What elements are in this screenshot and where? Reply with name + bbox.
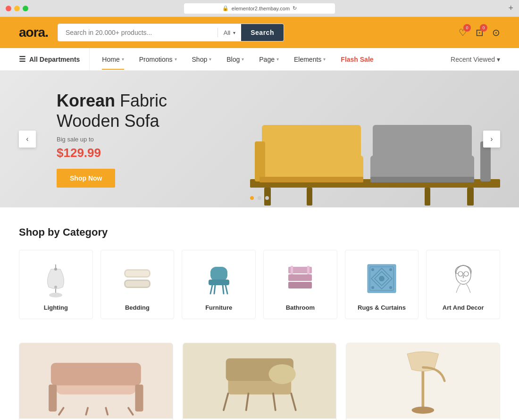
all-departments-button[interactable]: ☰ All Departments — [19, 48, 90, 70]
lock-icon: 🔒 — [222, 5, 229, 11]
svg-point-15 — [54, 268, 57, 271]
svg-rect-2 — [467, 188, 474, 206]
svg-rect-3 — [307, 188, 312, 206]
nav-page-label: Page — [259, 56, 275, 63]
hero-title: Korean FabricWooden Sofa — [57, 91, 167, 131]
category-icon-bedding — [118, 260, 156, 297]
svg-point-43 — [458, 272, 463, 276]
product-card-1[interactable]: Irish Chair Dawsan Design by Danish On s… — [183, 343, 337, 420]
close-dot[interactable] — [6, 6, 11, 11]
logo[interactable]: aora. — [19, 25, 48, 40]
products-section: Bruno Stainless Steel Chair White Bruno … — [0, 329, 519, 420]
category-card-rugs[interactable]: Rugs & Curtains — [345, 250, 419, 319]
address-bar[interactable]: 🔒 elementor2.thembay.com ↻ — [184, 3, 335, 14]
nav-item-home[interactable]: Home ▾ — [94, 49, 131, 70]
category-icon-bathroom — [281, 260, 319, 297]
chevron-down-icon: ▾ — [175, 57, 177, 62]
chevron-down-icon: ▾ — [276, 57, 279, 62]
hero-banner: ‹ Korean FabricWooden Sofa Big sale up t… — [0, 71, 519, 207]
category-label-lighting: Lighting — [44, 304, 68, 311]
svg-rect-31 — [291, 266, 293, 274]
category-card-lighting[interactable]: Lighting — [19, 250, 93, 319]
svg-line-24 — [210, 285, 212, 294]
svg-rect-29 — [288, 274, 312, 281]
search-container: All Search — [58, 24, 284, 41]
product-image-2 — [346, 343, 500, 419]
nav-elements-label: Elements — [294, 56, 321, 63]
pillow-icon — [118, 260, 156, 297]
category-card-bedding[interactable]: Bedding — [100, 250, 175, 319]
nav-item-shop[interactable]: Shop ▾ — [184, 49, 219, 70]
category-icon-rugs — [363, 260, 401, 297]
category-card-furniture[interactable]: Furniture — [182, 250, 256, 319]
header-icons: ♡ 0 ⊡ 0 ⊙ — [459, 27, 500, 38]
svg-line-59 — [224, 394, 228, 410]
category-card-bathroom[interactable]: Bathroom — [263, 250, 337, 319]
nav-flash-sale-label: Flash Sale — [341, 56, 373, 63]
minimize-dot[interactable] — [14, 6, 20, 11]
hero-next-button[interactable]: › — [483, 131, 500, 148]
sofa-illustration — [236, 90, 510, 207]
category-card-art[interactable]: Art And Decor — [426, 250, 500, 319]
category-icon-furniture — [200, 260, 238, 297]
categories-title: Shop by Category — [19, 226, 500, 239]
svg-rect-50 — [49, 385, 57, 412]
maximize-dot[interactable] — [23, 6, 28, 11]
svg-rect-9 — [255, 141, 265, 181]
all-departments-label: All Departments — [29, 56, 80, 63]
svg-point-14 — [49, 293, 62, 297]
categories-section: Shop by Category Lighting — [0, 207, 519, 329]
main-nav: ☰ All Departments Home ▾ Promotions ▾ Sh… — [0, 48, 519, 71]
nav-items: Home ▾ Promotions ▾ Shop ▾ Blog ▾ Page ▾… — [94, 49, 451, 70]
search-button[interactable]: Search — [241, 24, 284, 41]
hero-prev-button[interactable]: ‹ — [19, 131, 36, 148]
wishlist-button[interactable]: ♡ 0 — [459, 27, 467, 38]
search-input[interactable] — [58, 24, 218, 41]
product-card-0[interactable]: Bruno Stainless Steel Chair White Bruno … — [19, 343, 173, 420]
rug-icon — [363, 260, 401, 297]
svg-point-38 — [371, 268, 374, 271]
nav-blog-label: Blog — [226, 56, 240, 63]
account-button[interactable]: ⊙ — [492, 27, 500, 38]
svg-rect-22 — [210, 267, 227, 281]
svg-line-55 — [128, 408, 133, 414]
category-label-art: Art And Decor — [443, 304, 484, 311]
svg-point-37 — [379, 276, 385, 281]
cart-button[interactable]: ⊡ 0 — [476, 27, 484, 38]
nav-item-page[interactable]: Page ▾ — [251, 49, 286, 70]
nav-item-promotions[interactable]: Promotions ▾ — [132, 49, 184, 70]
svg-rect-4 — [425, 188, 430, 206]
website: aora. All Search ♡ 0 ⊡ 0 ⊙ ☰ All Departm… — [0, 17, 519, 420]
svg-rect-19 — [125, 270, 150, 277]
svg-line-27 — [223, 285, 224, 294]
shop-now-button[interactable]: Shop Now — [57, 169, 115, 188]
chevron-down-icon: ▾ — [497, 56, 500, 63]
product-card-2[interactable]: Wooden Lamp Contemporary floor lamp — [346, 343, 500, 420]
chevron-down-icon: ▾ — [209, 57, 211, 62]
nav-item-blog[interactable]: Blog ▾ — [219, 49, 251, 70]
chair-product-image — [19, 343, 173, 419]
category-label-rugs: Rugs & Curtains — [358, 304, 406, 311]
new-tab-button[interactable]: + — [508, 3, 513, 13]
search-filter-dropdown[interactable]: All — [218, 24, 241, 41]
user-icon: ⊙ — [492, 27, 500, 38]
category-icon-art — [444, 260, 482, 297]
nav-promotions-label: Promotions — [139, 56, 173, 63]
chevron-down-icon: ▾ — [122, 57, 124, 62]
svg-point-41 — [389, 286, 392, 289]
nav-shop-label: Shop — [192, 56, 208, 63]
svg-rect-23 — [209, 280, 229, 285]
recent-viewed-button[interactable]: Recent Viewed ▾ — [451, 56, 500, 63]
reload-icon[interactable]: ↻ — [293, 5, 297, 11]
nav-item-elements[interactable]: Elements ▾ — [286, 49, 333, 70]
nav-item-flash-sale[interactable]: Flash Sale — [333, 49, 381, 70]
hero-dot-3[interactable] — [265, 196, 269, 200]
towel-icon — [281, 260, 319, 297]
cart-badge: 0 — [480, 24, 487, 32]
irish-chair-image — [183, 343, 336, 419]
hero-dot-1[interactable] — [250, 196, 254, 200]
category-label-furniture: Furniture — [205, 304, 232, 311]
svg-rect-6 — [262, 125, 361, 159]
hero-dot-2[interactable] — [258, 196, 261, 200]
svg-line-26 — [214, 285, 215, 294]
